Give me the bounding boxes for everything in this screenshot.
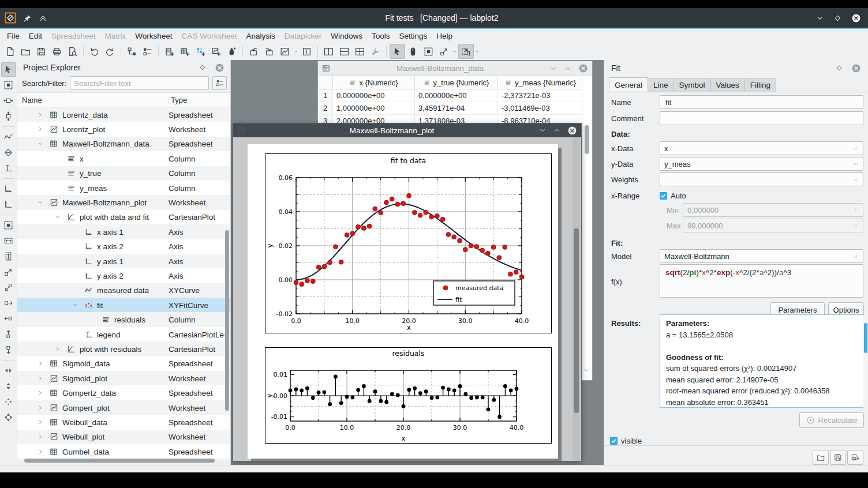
menu-windows[interactable]: Windows [326,30,367,42]
minimize-icon[interactable] [815,14,824,22]
auto-scale-button[interactable] [1,395,16,409]
tab-symbol[interactable]: Symbol [674,78,711,92]
tree-item-x-axis-1[interactable]: x axis 1Axis [17,224,230,239]
expander-right-icon[interactable] [37,419,44,426]
close-panel-icon[interactable] [215,63,225,73]
spreadsheet-window-titlebar[interactable]: Maxwell-Boltzmann_data [318,61,592,76]
tree-item-y-meas[interactable]: y_measColumn [17,181,230,195]
add-legend-button[interactable] [1,161,16,175]
tree-item-x-axis-2[interactable]: x axis 2Axis [17,239,230,254]
worksheet-window[interactable]: Maxwell-Boltzmann_plot fit to data0.010.… [233,123,582,461]
add-vertical-axis-button[interactable] [1,197,16,212]
tree-item-maxwell-boltzmann-data[interactable]: Maxwell-Boltzmann_dataSpreadsheet [17,137,230,151]
row-number[interactable]: 1 [318,89,333,102]
auto-scale-all-button[interactable] [1,410,16,425]
new-project-button[interactable] [2,44,18,59]
tree-item-y-axis-2[interactable]: y axis 2Axis [17,268,230,283]
float-panel-icon[interactable] [835,64,843,72]
export-button[interactable] [261,44,277,59]
split-view-vertical-button[interactable] [321,44,336,59]
minimize-icon[interactable] [549,65,558,73]
expander-right-icon[interactable] [37,111,44,118]
new-plot-button[interactable] [277,44,293,59]
visible-checkbox[interactable] [610,437,618,445]
min-field[interactable]: 0,000000 [683,203,863,217]
tab-line[interactable]: Line [648,78,674,92]
comment-field[interactable] [664,114,859,123]
select-mode-button[interactable] [1,62,16,77]
presenter-mode-dropdown-icon[interactable] [474,44,480,59]
expander-right-icon[interactable] [37,433,44,440]
expander-right-icon[interactable] [54,346,61,352]
cell[interactable]: 0,000000e+00 [415,89,498,102]
tree-item-fit[interactable]: fitXYFitCurve [17,298,230,312]
save-project-button[interactable] [33,44,49,59]
tree-item-residuals[interactable]: residualsColumn [17,312,230,326]
tree-item-sigmoid-data[interactable]: Sigmoid_dataSpreadsheet [17,356,230,371]
shift-left-button[interactable] [1,311,16,326]
auto-scale-x-button[interactable] [1,363,16,378]
tree-item-plot-with-data-and-fit[interactable]: plot with data and fitCartesianPlot [17,210,230,224]
tree-item-y-true[interactable]: y_trueColumn [17,166,230,181]
worksheet-page[interactable]: fit to data0.010.020.030.040.0-0.020.000… [248,144,558,459]
row-number[interactable]: 2 [318,102,333,114]
cell[interactable]: 1,000000e+00 [333,102,415,114]
import-data-button[interactable] [246,44,261,59]
chevrons-up-icon[interactable] [39,14,47,22]
tree-item-weibull-data[interactable]: Weibull_dataSpreadsheet [17,415,230,429]
redo-button[interactable] [102,44,118,59]
pin-icon[interactable] [23,14,32,22]
x-data-select[interactable]: x [660,141,863,155]
zoom-out-button[interactable] [1,280,16,295]
model-select[interactable]: Maxwell-Boltzmann [660,249,863,263]
tab-filling[interactable]: Filling [744,78,776,92]
add-equation-curve-button[interactable] [1,145,16,160]
tree-item-y-axis-1[interactable]: y axis 1Axis [17,254,230,268]
filter-options-button[interactable] [212,76,227,90]
tree-vertical-scrollbar[interactable] [225,230,229,411]
tree-item-maxwell-boltzmann-plot[interactable]: Maxwell-Boltzmann_plotWorksheet [17,195,230,209]
add-xy-curve-button[interactable] [1,130,16,144]
results-scrollbar-thumb[interactable] [864,323,867,353]
cell[interactable]: -3,011469e-03 [498,102,583,114]
expander-right-icon[interactable] [37,375,44,382]
close-icon[interactable] [567,126,577,136]
zoom-region-mode-dropdown-icon[interactable] [452,44,458,59]
tree-horizontal-scrollbar[interactable] [17,457,231,464]
expander-right-icon[interactable] [37,404,44,411]
column-header-type[interactable]: Type [169,96,230,104]
tree-header[interactable]: Name Type [17,92,230,107]
zoom-in-button[interactable] [1,265,16,279]
add-horizontal-axis-button[interactable] [1,182,16,196]
print-button[interactable] [49,44,65,59]
expander-down-icon[interactable] [37,199,44,206]
navigation-mode-button[interactable] [405,44,421,59]
zoom-select-region-button[interactable] [1,218,16,232]
zoom-region-mode-button[interactable] [436,44,452,59]
split-view-horizontal-button[interactable] [336,44,352,59]
expander-right-icon[interactable] [37,448,44,455]
new-text-label-button[interactable] [299,44,315,59]
formula-editor[interactable]: sqrt(2/pi)*x^2*exp(-x^2/(2*a^2))/a^3 [660,264,863,298]
menu-worksheet[interactable]: Worksheet [130,30,177,42]
toggle-properties-explorer-button[interactable] [140,44,155,59]
recalculate-button[interactable]: Recalculate [799,412,864,428]
split-view-grid-button[interactable] [352,44,368,59]
presenter-mode-button[interactable]: 1 [458,44,474,59]
tab-values[interactable]: Values [710,78,745,92]
fit-to-data-plot[interactable]: fit to data0.010.020.030.040.0-0.020.000… [265,153,552,333]
search-input[interactable] [70,76,209,90]
menu-settings[interactable]: Settings [395,30,432,42]
configure-button[interactable] [368,44,383,59]
menu-help[interactable]: Help [432,30,457,42]
tree-item-lorentz-data[interactable]: Lorentz_dataSpreadsheet [17,107,230,122]
print-preview-button[interactable] [65,44,80,59]
close-icon[interactable] [851,13,861,23]
expander-right-icon[interactable] [37,360,44,367]
expander-right-icon[interactable] [37,389,44,396]
expander-down-icon[interactable] [72,302,78,309]
shift-down-button[interactable] [1,343,16,357]
tab-general[interactable]: General [609,77,648,92]
cell[interactable]: 0,000000e+00 [333,89,415,102]
spreadsheet-vertical-scrollbar[interactable] [582,76,592,378]
